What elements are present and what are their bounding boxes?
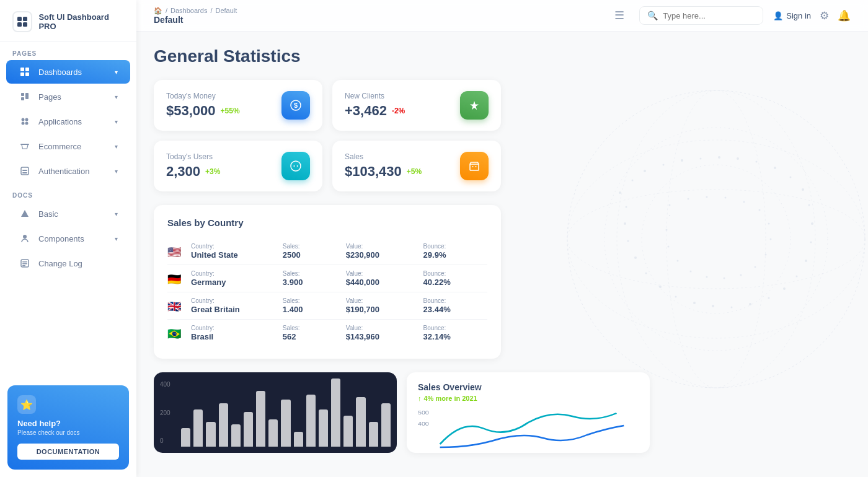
table-row: 🇺🇸 Country: United State Sales: 2500 Val… [167, 238, 487, 265]
applications-label: Applications [38, 117, 107, 126]
breadcrumb-sep2: / [210, 7, 212, 14]
pages-arrow: ▾ [115, 94, 118, 100]
authentication-icon [19, 165, 31, 177]
stat-info-money: Today's Money $53,000 +55% [166, 92, 240, 119]
sidebar-item-pages[interactable]: Pages ▾ [6, 85, 130, 108]
header-search[interactable]: 🔍 [639, 6, 763, 25]
svg-point-67 [768, 223, 770, 225]
svg-point-61 [669, 204, 671, 206]
bar [381, 403, 391, 447]
bar [319, 409, 328, 447]
stat-change-money: +55% [221, 107, 240, 115]
pages-icon [19, 90, 31, 103]
search-input[interactable] [663, 11, 750, 20]
stat-card-clients: New Clients +3,462 -2% [332, 80, 501, 131]
country-bounce-de: Bounce: 40.22% [423, 270, 487, 287]
stat-label-money: Today's Money [166, 92, 240, 100]
menu-icon[interactable]: ☰ [614, 9, 624, 22]
svg-point-77 [666, 229, 668, 231]
svg-point-14 [25, 122, 29, 125]
chart-y-400: 400 [160, 381, 170, 388]
svg-rect-4 [20, 68, 24, 71]
svg-rect-7 [25, 72, 29, 76]
breadcrumb-current: Default [215, 7, 237, 14]
sidebar-item-changelog[interactable]: Change Log [6, 252, 130, 275]
signin-button[interactable]: 👤 Sign in [773, 11, 811, 20]
user-icon: 👤 [773, 11, 783, 20]
svg-point-48 [783, 287, 786, 290]
svg-point-76 [668, 246, 670, 248]
svg-point-57 [634, 256, 637, 259]
docs-section-label: DOCS [0, 183, 136, 201]
breadcrumb-dashboards: Dashboards [170, 7, 207, 14]
svg-point-73 [706, 276, 708, 278]
changelog-icon [19, 257, 31, 269]
settings-icon[interactable]: ⚙ [820, 9, 829, 22]
svg-point-34 [663, 164, 665, 166]
sidebar-item-applications[interactable]: Applications ▾ [6, 110, 130, 133]
svg-point-71 [740, 274, 742, 276]
page-title: General Statistics [154, 46, 851, 66]
stat-change-sales: +5% [407, 167, 422, 176]
svg-point-28 [567, 140, 865, 338]
country-sales-de: Sales: 3.900 [283, 270, 340, 287]
svg-point-74 [690, 271, 692, 273]
globe-decoration: /* placeholder */ [546, 69, 868, 409]
svg-point-72 [724, 278, 725, 279]
svg-rect-17 [22, 170, 27, 171]
country-sales-us: Sales: 2500 [283, 243, 340, 260]
documentation-button[interactable]: DOCUMENTATION [17, 444, 119, 460]
sales-by-country-card: Sales by Country 🇺🇸 Country: United Stat… [154, 205, 501, 359]
sidebar-item-dashboards[interactable]: Dashboards ▾ [6, 60, 130, 84]
svg-rect-1 [23, 17, 27, 21]
sidebar-item-basic[interactable]: Basic ▾ [6, 202, 130, 225]
breadcrumb-title: Default [154, 15, 604, 25]
stat-icon-users [281, 152, 310, 180]
svg-point-84 [476, 166, 477, 167]
svg-point-32 [632, 180, 634, 182]
svg-point-64 [725, 197, 727, 199]
svg-rect-18 [22, 172, 27, 173]
stat-value-sales: $103,430 +5% [345, 164, 422, 180]
svg-point-25 [604, 128, 828, 351]
basic-icon [19, 208, 31, 220]
svg-point-24 [567, 90, 865, 388]
sidebar-item-components[interactable]: Components ▾ [6, 227, 130, 250]
help-card-subtitle: Please check our docs [17, 429, 119, 436]
bar [331, 379, 340, 447]
stat-label-sales: Sales [345, 152, 422, 161]
header: 🏠 / Dashboards / Default Default ☰ 🔍 👤 S… [136, 0, 868, 32]
table-row: 🇩🇪 Country: Germany Sales: 3.900 Value: … [167, 265, 487, 292]
svg-point-42 [802, 188, 804, 191]
svg-point-75 [677, 260, 679, 262]
dashboards-icon [19, 66, 31, 78]
bar [306, 395, 316, 447]
svg-point-30 [617, 90, 815, 388]
trend-up-icon: ↑ [418, 395, 422, 402]
svg-point-54 [675, 296, 677, 298]
stat-info-clients: New Clients +3,462 -2% [345, 92, 405, 119]
pages-section-label: PAGES [0, 42, 136, 59]
stat-card-users: Today's Users 2,300 +3% [154, 141, 322, 191]
sidebar-item-authentication[interactable]: Authentication ▾ [6, 159, 130, 183]
authentication-arrow: ▾ [115, 168, 118, 175]
applications-arrow: ▾ [115, 118, 118, 125]
help-card: ⭐ Need help? Please check our docs DOCUM… [7, 385, 129, 470]
components-label: Components [38, 234, 107, 243]
stat-value-clients: +3,462 -2% [345, 103, 405, 119]
svg-rect-5 [25, 68, 29, 71]
svg-point-36 [700, 158, 702, 160]
bell-icon[interactable]: 🔔 [838, 9, 851, 22]
changelog-label: Change Log [38, 259, 118, 268]
bar-chart-card: 400 200 0 [154, 372, 397, 453]
flag-br: 🇧🇷 [167, 327, 185, 339]
svg-point-59 [624, 222, 626, 225]
svg-point-66 [759, 209, 761, 211]
stat-change-users: +3% [205, 167, 220, 176]
stat-value-users: 2,300 +3% [166, 164, 220, 180]
stat-card-sales: Sales $103,430 +5% [332, 141, 501, 191]
sidebar-item-ecommerce[interactable]: Ecommerce ▾ [6, 134, 130, 158]
sidebar-logo: Soft UI Dashboard PRO [0, 0, 136, 42]
svg-rect-10 [21, 97, 24, 100]
table-row: 🇧🇷 Country: Brasil Sales: 562 Value: $14… [167, 320, 487, 346]
